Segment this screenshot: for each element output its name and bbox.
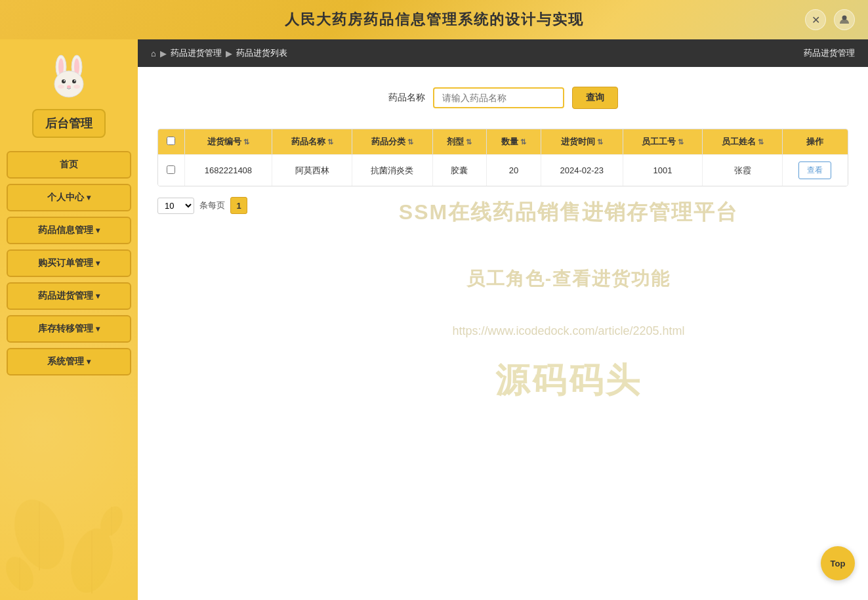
content-area: 药品名称 查询 进货编号 药品名称 药品分类 剂型 bbox=[138, 67, 868, 600]
svg-point-10 bbox=[67, 85, 71, 88]
header-title: 人民大药房药品信息管理系统的设计与实现 bbox=[285, 10, 584, 30]
svg-point-17 bbox=[0, 552, 39, 595]
watermark-area: SSM在线药品销售进销存管理平台 员工角色-查看进货功能 https://www… bbox=[295, 198, 842, 404]
th-employee-name[interactable]: 员工姓名 bbox=[703, 129, 782, 155]
watermark-line4: 源码码头 bbox=[295, 358, 842, 404]
th-operation: 操作 bbox=[782, 129, 848, 155]
nav-btn-system[interactable]: 系统管理 bbox=[7, 348, 131, 375]
purchase-table: 进货编号 药品名称 药品分类 剂型 数量 进货时间 员工工号 员工姓名 操作 bbox=[158, 129, 848, 186]
th-drug-name[interactable]: 药品名称 bbox=[272, 129, 352, 155]
row-select-checkbox[interactable] bbox=[167, 165, 175, 174]
cell-dosage-form: 胶囊 bbox=[432, 155, 487, 186]
svg-point-19 bbox=[96, 503, 127, 540]
nav-btn-drug-purchase[interactable]: 药品进货管理 bbox=[7, 282, 131, 310]
table-row: 1682221408 阿莫西林 抗菌消炎类 胶囊 20 2024-02-23 1… bbox=[158, 155, 848, 186]
cell-drug-name: 阿莫西林 bbox=[272, 155, 352, 186]
table-header-row: 进货编号 药品名称 药品分类 剂型 数量 进货时间 员工工号 员工姓名 操作 bbox=[158, 129, 848, 155]
th-quantity[interactable]: 数量 bbox=[487, 129, 541, 155]
breadcrumb-sep2: ▶ bbox=[226, 49, 232, 58]
user-icon[interactable] bbox=[834, 9, 855, 30]
row-checkbox bbox=[158, 155, 184, 186]
svg-point-15 bbox=[64, 524, 119, 597]
header-icons: ✕ bbox=[805, 9, 855, 30]
select-all-checkbox[interactable] bbox=[167, 137, 175, 145]
breadcrumb-sep1: ▶ bbox=[160, 49, 167, 58]
rabbit-logo bbox=[43, 53, 95, 105]
th-drug-category[interactable]: 药品分类 bbox=[352, 129, 432, 155]
breadcrumb-bar: ⌂ ▶ 药品进货管理 ▶ 药品进货列表 药品进货管理 bbox=[138, 39, 868, 67]
svg-point-13 bbox=[5, 492, 73, 576]
pagination-bar: 10 20 50 100 条每页 1 bbox=[157, 197, 848, 214]
svg-point-7 bbox=[72, 79, 76, 83]
table-body: 1682221408 阿莫西林 抗菌消炎类 胶囊 20 2024-02-23 1… bbox=[158, 155, 848, 186]
leaf-decoration bbox=[0, 403, 138, 600]
watermark-line2: 员工角色-查看进货功能 bbox=[295, 267, 842, 291]
header: 人民大药房药品信息管理系统的设计与实现 ✕ bbox=[0, 0, 868, 39]
home-breadcrumb-icon[interactable]: ⌂ bbox=[151, 49, 156, 58]
svg-point-5 bbox=[54, 71, 83, 97]
th-checkbox bbox=[158, 129, 184, 155]
top-button[interactable]: Top bbox=[821, 546, 855, 580]
sidebar-brand: 后台管理 bbox=[32, 109, 106, 138]
breadcrumb-left: ⌂ ▶ 药品进货管理 ▶ 药品进货列表 bbox=[151, 47, 287, 59]
th-employee-id[interactable]: 员工工号 bbox=[623, 129, 702, 155]
layout: 后台管理 首页 个人中心 药品信息管理 购买订单管理 药品进货管理 库存转移管理… bbox=[0, 39, 868, 600]
svg-point-9 bbox=[74, 80, 75, 81]
svg-point-11 bbox=[58, 85, 64, 89]
svg-point-12 bbox=[73, 85, 80, 89]
breadcrumb-right: 药品进货管理 bbox=[804, 47, 855, 59]
purchase-table-container: 进货编号 药品名称 药品分类 剂型 数量 进货时间 员工工号 员工姓名 操作 bbox=[157, 129, 848, 186]
cell-quantity: 20 bbox=[487, 155, 541, 186]
search-label: 药品名称 bbox=[388, 92, 425, 104]
page-size-select[interactable]: 10 20 50 100 bbox=[157, 198, 194, 214]
nav-btn-purchase-order[interactable]: 购买订单管理 bbox=[7, 249, 131, 277]
svg-point-6 bbox=[62, 79, 66, 83]
search-button[interactable]: 查询 bbox=[572, 87, 618, 109]
watermark-line3: https://www.icodedock.com/article/2205.h… bbox=[295, 324, 842, 338]
cell-employee-id: 1001 bbox=[623, 155, 702, 186]
th-dosage-form[interactable]: 剂型 bbox=[432, 129, 487, 155]
th-purchase-time[interactable]: 进货时间 bbox=[541, 129, 623, 155]
per-page-label: 条每页 bbox=[199, 200, 225, 211]
svg-point-8 bbox=[64, 80, 65, 81]
cell-purchase-time: 2024-02-23 bbox=[541, 155, 623, 186]
search-input[interactable] bbox=[433, 87, 564, 108]
cell-operation: 查看 bbox=[782, 155, 848, 186]
nav-btn-personal[interactable]: 个人中心 bbox=[7, 184, 131, 211]
sidebar-logo: 后台管理 bbox=[7, 46, 131, 144]
view-button[interactable]: 查看 bbox=[798, 161, 831, 179]
nav-btn-drug-info[interactable]: 药品信息管理 bbox=[7, 217, 131, 244]
th-purchase-id[interactable]: 进货编号 bbox=[184, 129, 272, 155]
nav-btn-home[interactable]: 首页 bbox=[7, 151, 131, 179]
sidebar: 后台管理 首页 个人中心 药品信息管理 购买订单管理 药品进货管理 库存转移管理… bbox=[0, 39, 138, 600]
cell-purchase-id: 1682221408 bbox=[184, 155, 272, 186]
breadcrumb-item-2: 药品进货列表 bbox=[236, 47, 287, 59]
search-bar: 药品名称 查询 bbox=[157, 87, 848, 109]
cell-employee-name: 张霞 bbox=[703, 155, 782, 186]
close-icon[interactable]: ✕ bbox=[805, 9, 826, 30]
breadcrumb-item-1: 药品进货管理 bbox=[171, 47, 222, 59]
main-content: ⌂ ▶ 药品进货管理 ▶ 药品进货列表 药品进货管理 药品名称 查询 bbox=[138, 39, 868, 600]
nav-btn-inventory[interactable]: 库存转移管理 bbox=[7, 315, 131, 343]
page-number-1[interactable]: 1 bbox=[230, 197, 247, 214]
cell-drug-category: 抗菌消炎类 bbox=[352, 155, 432, 186]
